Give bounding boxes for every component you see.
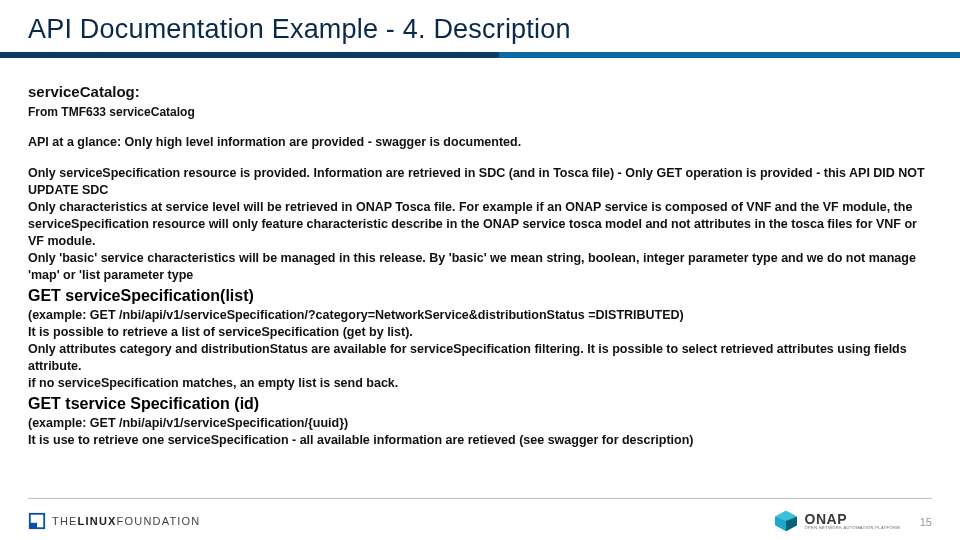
- linux-foundation-logo: THELINUXFOUNDATION: [28, 512, 201, 530]
- body-paragraph-2c: Only attributes category and distributio…: [28, 341, 932, 375]
- linux-foundation-icon: [28, 512, 46, 530]
- svg-rect-1: [30, 523, 37, 528]
- onap-tagline: OPEN NETWORK AUTOMATION PLATFORM: [805, 526, 900, 530]
- footer-divider: [28, 498, 932, 499]
- lf-linux: LINUX: [78, 515, 117, 527]
- title-underline: [0, 52, 960, 58]
- onap-text: ONAP OPEN NETWORK AUTOMATION PLATFORM: [805, 512, 900, 530]
- content-area: serviceCatalog: From TMF633 serviceCatal…: [0, 58, 960, 449]
- section-subheading: From TMF633 serviceCatalog: [28, 104, 932, 120]
- section-heading: serviceCatalog:: [28, 82, 932, 102]
- lf-the: THE: [52, 515, 78, 527]
- body-paragraph-1c: Only 'basic' service characteristics wil…: [28, 250, 932, 284]
- body-paragraph-1b: Only characteristics at service level wi…: [28, 199, 932, 250]
- onap-icon: [773, 510, 799, 532]
- slide-title: API Documentation Example - 4. Descripti…: [28, 14, 960, 45]
- body-paragraph-3a: (example: GET /nbi/api/v1/serviceSpecifi…: [28, 415, 932, 432]
- body-paragraph-3b: It is use to retrieve one serviceSpecifi…: [28, 432, 932, 449]
- title-bar: API Documentation Example - 4. Descripti…: [0, 0, 960, 58]
- body-paragraph-2a: (example: GET /nbi/api/v1/serviceSpecifi…: [28, 307, 932, 324]
- lf-foundation: FOUNDATION: [117, 515, 201, 527]
- body-paragraph-2b: It is possible to retrieve a list of ser…: [28, 324, 932, 341]
- subsection-get-list: GET serviceSpecification(list): [28, 285, 932, 307]
- subsection-get-id: GET tservice Specification (id): [28, 393, 932, 415]
- slide: API Documentation Example - 4. Descripti…: [0, 0, 960, 540]
- linux-foundation-text: THELINUXFOUNDATION: [52, 515, 201, 527]
- api-glance: API at a glance: Only high level informa…: [28, 134, 932, 151]
- onap-name: ONAP: [805, 512, 900, 526]
- onap-logo: ONAP OPEN NETWORK AUTOMATION PLATFORM: [773, 510, 900, 532]
- body-paragraph-2d: if no serviceSpecification matches, an e…: [28, 375, 932, 392]
- page-number: 15: [920, 516, 932, 528]
- body-paragraph-1a: Only serviceSpecification resource is pr…: [28, 165, 932, 199]
- footer: THELINUXFOUNDATION ONAP OPEN NETWORK AUT…: [0, 498, 960, 540]
